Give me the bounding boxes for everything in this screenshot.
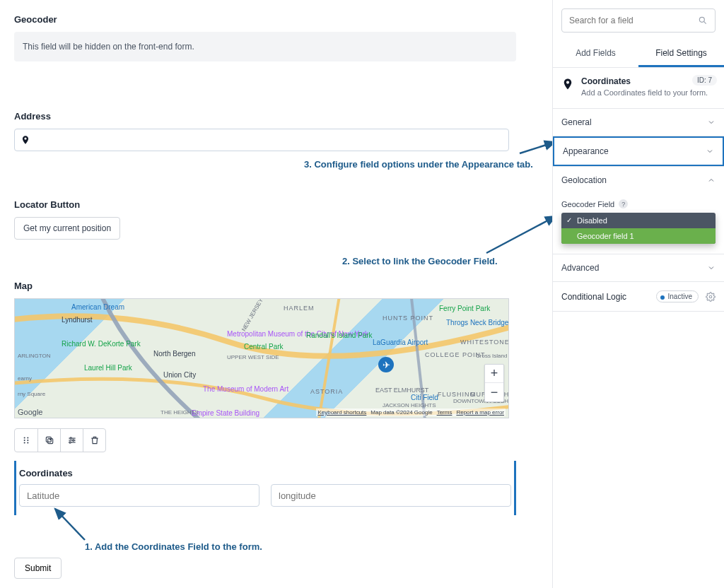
- address-label: Address: [14, 111, 516, 122]
- help-icon[interactable]: ?: [619, 199, 628, 208]
- map-label: Map: [14, 281, 516, 291]
- svg-point-13: [70, 437, 71, 439]
- map-place-label: ARLINGTON: [18, 353, 51, 359]
- tab-field-settings[interactable]: Field Settings: [638, 41, 724, 67]
- get-position-button[interactable]: Get my current position: [14, 217, 120, 240]
- svg-line-20: [703, 21, 706, 23]
- map-place-label: ASTORIA: [310, 388, 343, 395]
- map-place-label: JACKSON HEIGHTS: [383, 402, 436, 408]
- map-place-label: HUNTS POINT: [383, 314, 433, 322]
- map-place-label: Lyndhurst: [62, 316, 93, 324]
- section-advanced: Advanced: [553, 254, 724, 282]
- map-section: Map Lyndhurst American Dream Richard W. …: [14, 281, 516, 418]
- map-report-link[interactable]: Report a map error: [456, 409, 504, 416]
- map-place-label: rny Square: [18, 391, 45, 397]
- field-description: Add a Coordinates field to your form.: [581, 88, 708, 98]
- pin-icon: [21, 135, 30, 145]
- map-terms-link[interactable]: Terms: [437, 409, 452, 416]
- map-place-label: Randall's Island Park: [306, 331, 373, 339]
- geocoder-field-label: Geocoder Field ?: [561, 199, 716, 208]
- svg-point-5: [27, 442, 28, 443]
- sidebar: Add Fields Field Settings Coordinates Ad…: [552, 0, 724, 588]
- map-shortcuts-link[interactable]: Keyboard shortcuts: [317, 409, 366, 416]
- map-place-label: EAST ELMHURST: [375, 387, 428, 394]
- map-place-label: Central Park: [244, 343, 284, 351]
- gear-icon[interactable]: [706, 292, 716, 302]
- coordinates-label: Coordinates: [19, 468, 511, 478]
- svg-point-19: [699, 17, 704, 22]
- search-input[interactable]: [569, 16, 698, 25]
- map-zoom-controls: + −: [484, 364, 504, 402]
- svg-point-21: [709, 295, 712, 298]
- svg-point-15: [69, 442, 70, 443]
- svg-point-1: [27, 437, 28, 438]
- chevron-down-icon: [707, 118, 716, 127]
- address-section: Address: [14, 111, 516, 151]
- svg-line-18: [55, 509, 85, 540]
- field-header: Coordinates Add a Coordinates field to y…: [553, 68, 724, 109]
- annotation-step-1: 1. Add the Coordinates Field to the form…: [85, 541, 262, 552]
- map-data-label: Map data ©2024 Google: [370, 409, 432, 416]
- geocoder-hidden-notice: This field will be hidden on the front-e…: [14, 32, 516, 61]
- section-geolocation-toggle[interactable]: Geolocation: [553, 167, 724, 194]
- map-place-label: Union City: [163, 371, 196, 379]
- section-appearance: Appearance: [553, 136, 724, 167]
- svg-point-14: [72, 440, 74, 441]
- zoom-in-button[interactable]: +: [485, 365, 503, 383]
- chevron-up-icon: [707, 176, 716, 184]
- dropdown-option-disabled[interactable]: Disabled: [561, 213, 716, 228]
- arrow-icon: [49, 506, 92, 541]
- section-general: General: [553, 109, 724, 136]
- map-place-label: Citi Field: [411, 394, 438, 401]
- map-place-label: Ferry Point Park: [439, 305, 490, 312]
- section-geolocation: Geolocation Geocoder Field ? Disabled Ge…: [553, 167, 724, 254]
- zoom-out-button[interactable]: −: [485, 383, 503, 401]
- geocoder-field-dropdown[interactable]: Disabled Geocoder field 1: [561, 213, 716, 244]
- map-place-label: WHITESTONE: [460, 339, 509, 346]
- chevron-down-icon: [707, 264, 716, 272]
- delete-button[interactable]: [83, 429, 105, 452]
- section-general-toggle[interactable]: General: [553, 109, 724, 136]
- drag-handle-icon[interactable]: [15, 429, 37, 452]
- status-badge-inactive: Inactive: [656, 290, 699, 302]
- map-canvas[interactable]: Lyndhurst American Dream Richard W. DeKo…: [14, 298, 509, 418]
- search-icon: [698, 16, 708, 25]
- field-id-badge: ID: 7: [692, 75, 717, 86]
- map-place-label: HARLEM: [284, 305, 315, 312]
- locator-section: Locator Button Get my current position: [14, 199, 516, 240]
- latitude-input[interactable]: [19, 484, 259, 507]
- address-input[interactable]: [14, 129, 509, 151]
- map-place-label: Richard W. DeKorte Park: [62, 340, 141, 348]
- search-input-wrap[interactable]: [561, 8, 716, 33]
- map-place-label: THE HEIGHTS: [160, 409, 199, 416]
- svg-point-0: [24, 437, 25, 438]
- tab-add-fields[interactable]: Add Fields: [553, 41, 638, 67]
- annotation-step-3: 3. Configure field options under the App…: [304, 159, 533, 170]
- geocoder-section: Geocoder This field will be hidden on th…: [14, 14, 516, 61]
- conditional-logic-label: Conditional Logic: [561, 292, 626, 302]
- google-logo: Google: [18, 408, 42, 416]
- duplicate-button[interactable]: [37, 429, 60, 452]
- map-place-label: Throgs Neck Bridge: [446, 319, 508, 327]
- field-title: Coordinates: [581, 76, 708, 86]
- map-place-label: earny: [18, 375, 32, 382]
- map-place-label: The Museum of Modern Art: [203, 385, 288, 393]
- map-attribution: Keyboard shortcuts Map data ©2024 Google…: [316, 408, 506, 416]
- longitude-input[interactable]: [271, 484, 511, 507]
- map-place-label: Laurel Hill Park: [84, 364, 132, 372]
- locator-label: Locator Button: [14, 199, 516, 210]
- section-conditional-logic[interactable]: Conditional Logic Inactive: [553, 282, 724, 312]
- svg-line-17: [486, 216, 556, 253]
- map-place-label: LaGuardia Airport: [373, 339, 428, 346]
- map-place-label: Empire State Building: [192, 409, 259, 417]
- settings-sliders-icon[interactable]: [60, 429, 83, 452]
- annotation-step-2: 2. Select to link the Geocoder Field.: [342, 256, 498, 266]
- dropdown-option-geocoder-1[interactable]: Geocoder field 1: [561, 228, 716, 244]
- section-appearance-toggle[interactable]: Appearance: [553, 136, 724, 166]
- submit-button[interactable]: Submit: [14, 558, 62, 579]
- section-advanced-toggle[interactable]: Advanced: [553, 254, 724, 281]
- sidebar-tabs: Add Fields Field Settings: [553, 41, 724, 68]
- map-place-label: Cross Island Pkwy: [476, 353, 509, 359]
- chevron-down-icon: [706, 147, 714, 155]
- form-preview: Geocoder This field will be hidden on th…: [14, 14, 516, 579]
